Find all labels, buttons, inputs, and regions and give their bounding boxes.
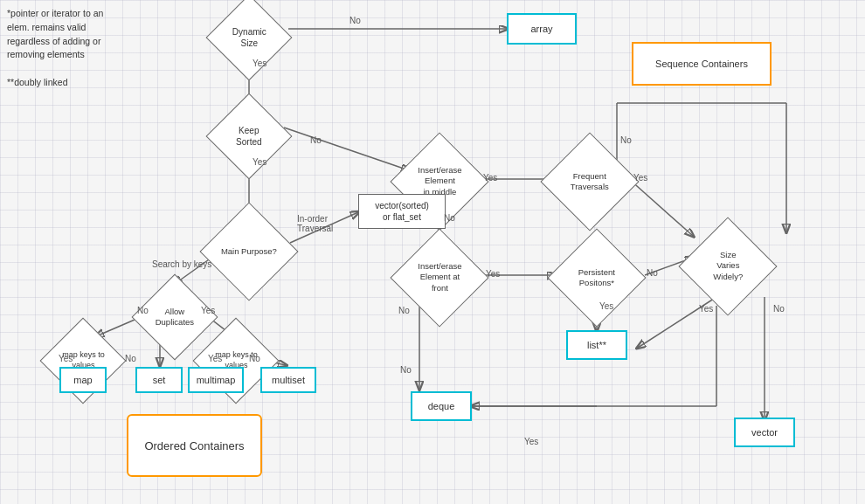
label-yes-middle: Yes — [483, 173, 497, 183]
label-yes-mapkeys2: Yes — [208, 354, 222, 363]
vector-box: vector — [734, 418, 795, 447]
persistent-positions-label: Persistent Positons* — [578, 267, 615, 289]
ordered-containers-box: Ordered Containers — [127, 414, 262, 477]
label-yes-freq: Yes — [633, 173, 647, 183]
allow-dup-1-label: Allow Duplicates — [156, 307, 194, 328]
label-no-middle: No — [444, 213, 455, 223]
label-no-dynamic: No — [349, 16, 361, 25]
insert-erase-front-label: Insert/erase Element at front — [418, 261, 461, 293]
diamond-keep-sorted: Keep Sorted — [206, 93, 293, 180]
svg-line-8 — [629, 179, 693, 236]
note-text: *pointer or iterator to an elem. remains… — [7, 7, 103, 90]
diamond-frequent-traversals: Frequent Traversals — [540, 132, 639, 231]
multiset-box: multiset — [260, 367, 316, 393]
sequence-containers-box: Sequence Containers — [632, 42, 772, 86]
diamond-size-varies: Size Varies Widely? — [678, 217, 777, 315]
flowchart-canvas: *pointer or iterator to an elem. remains… — [0, 0, 865, 504]
label-yes-dup1: Yes — [201, 306, 215, 315]
svg-line-3 — [284, 128, 409, 170]
label-no-size: No — [773, 304, 785, 314]
keep-sorted-label: Keep Sorted — [236, 125, 261, 148]
label-no-mapkeys2: No — [249, 354, 260, 363]
array-box: array — [507, 13, 577, 45]
diamond-main-purpose: Main Purpose? — [199, 202, 298, 300]
label-yes-mapkeys1: Yes — [59, 354, 73, 363]
label-inorder: In-orderTraversal — [297, 214, 333, 233]
vector-sorted-box: vector(sorted) or flat_set — [358, 194, 446, 229]
size-varies-label: Size Varies Widely? — [713, 250, 743, 282]
label-no-sorted: No — [310, 135, 322, 145]
label-no-dup1: No — [137, 306, 149, 315]
label-no-bottom: No — [400, 365, 412, 375]
deque-box: deque — [411, 391, 472, 421]
multimap-box: multimap — [188, 367, 244, 393]
label-yes-bottom: Yes — [524, 437, 538, 446]
main-purpose-label: Main Purpose? — [221, 246, 277, 257]
label-yes-size: Yes — [699, 304, 713, 314]
map-box: map — [59, 367, 107, 393]
label-yes-front: Yes — [486, 269, 500, 279]
label-no-mapkeys1: No — [125, 354, 136, 363]
label-no-freq: No — [620, 135, 632, 145]
label-search-keys: Search by keys — [152, 259, 211, 269]
label-yes-sorted: Yes — [253, 157, 266, 167]
label-yes-dynamic: Yes — [253, 59, 266, 68]
frequent-traversals-label: Frequent Traversals — [571, 171, 609, 193]
label-no-front: No — [398, 306, 410, 315]
diamond-persistent-positions: Persistent Positons* — [547, 228, 646, 327]
dynamic-size-label: Dynamic Size — [232, 26, 266, 49]
label-yes-persist: Yes — [599, 301, 613, 311]
insert-erase-middle-label: Insert/erase Element in middle — [418, 165, 461, 197]
set-box: set — [135, 367, 183, 393]
list-box: list** — [566, 330, 627, 360]
label-no-persist: No — [647, 268, 658, 278]
diamond-dynamic-size: Dynamic Size — [206, 0, 293, 80]
